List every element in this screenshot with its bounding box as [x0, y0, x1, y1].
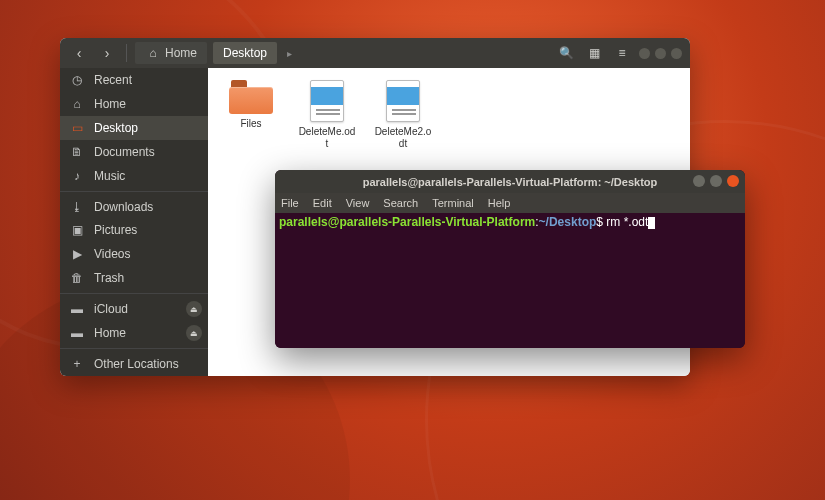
prompt-user: parallels@parallels-Parallels-Virtual-Pl… [279, 215, 535, 229]
breadcrumb-label: Home [165, 46, 197, 60]
file-label: Files [240, 118, 261, 130]
grid-icon: ▦ [589, 46, 600, 60]
eject-button[interactable]: ⏏ [186, 325, 202, 341]
terminal-title: parallels@parallels-Parallels-Virtual-Pl… [363, 176, 658, 188]
prompt-path: ~/Desktop [539, 215, 597, 229]
document-icon [386, 80, 420, 122]
file-item-deleteme[interactable]: DeleteMe.odt [298, 80, 356, 149]
terminal-titlebar: parallels@parallels-Parallels-Virtual-Pl… [275, 170, 745, 193]
cursor [648, 217, 655, 229]
sidebar-item-videos[interactable]: ▶Videos [60, 242, 208, 266]
menu-edit[interactable]: Edit [313, 197, 332, 209]
divider [126, 44, 127, 62]
sidebar-item-label: Trash [94, 271, 124, 285]
image-icon: ▣ [70, 223, 84, 237]
window-controls [693, 175, 739, 187]
divider [60, 348, 208, 349]
sidebar-item-downloads[interactable]: ⭳Downloads [60, 195, 208, 219]
drive-icon: ▬ [70, 302, 84, 316]
sidebar-item-pictures[interactable]: ▣Pictures [60, 219, 208, 243]
minimize-button[interactable] [639, 48, 650, 59]
sidebar-item-label: Desktop [94, 121, 138, 135]
sidebar-item-label: Pictures [94, 223, 137, 237]
search-icon: 🔍 [559, 46, 574, 60]
clock-icon: ◷ [70, 73, 84, 87]
download-icon: ⭳ [70, 200, 84, 214]
eject-button[interactable]: ⏏ [186, 301, 202, 317]
view-toggle-button[interactable]: ▦ [583, 42, 605, 64]
minimize-button[interactable] [693, 175, 705, 187]
divider [60, 293, 208, 294]
terminal-command: rm *.odt [606, 215, 648, 229]
music-icon: ♪ [70, 169, 84, 183]
breadcrumb-home[interactable]: ⌂ Home [135, 42, 207, 64]
menu-terminal[interactable]: Terminal [432, 197, 474, 209]
files-sidebar: ◷Recent ⌂Home ▭Desktop 🗎Documents ♪Music… [60, 68, 208, 376]
close-button[interactable] [671, 48, 682, 59]
video-icon: ▶ [70, 247, 84, 261]
close-button[interactable] [727, 175, 739, 187]
plus-icon: + [70, 357, 84, 371]
hamburger-icon: ≡ [618, 46, 625, 60]
folder-icon [229, 80, 273, 114]
chevron-right-icon: ▸ [283, 48, 296, 59]
nav-forward-button[interactable]: › [96, 42, 118, 64]
sidebar-item-home-drive[interactable]: ▬Home⏏ [60, 321, 208, 345]
breadcrumb-label: Desktop [223, 46, 267, 60]
menu-button[interactable]: ≡ [611, 42, 633, 64]
sidebar-item-label: Home [94, 97, 126, 111]
sidebar-item-label: Other Locations [94, 357, 179, 371]
sidebar-item-trash[interactable]: 🗑Trash [60, 266, 208, 290]
folder-icon: ▭ [70, 121, 84, 135]
maximize-button[interactable] [655, 48, 666, 59]
terminal-window: parallels@parallels-Parallels-Virtual-Pl… [275, 170, 745, 348]
sidebar-item-home[interactable]: ⌂Home [60, 92, 208, 116]
sidebar-item-label: Videos [94, 247, 130, 261]
sidebar-item-label: Recent [94, 73, 132, 87]
window-controls [639, 48, 682, 59]
file-label: DeleteMe2.odt [374, 126, 432, 149]
nav-back-button[interactable]: ‹ [68, 42, 90, 64]
sidebar-item-music[interactable]: ♪Music [60, 164, 208, 188]
file-item-deleteme2[interactable]: DeleteMe2.odt [374, 80, 432, 149]
sidebar-item-documents[interactable]: 🗎Documents [60, 140, 208, 164]
file-item-folder[interactable]: Files [222, 80, 280, 130]
file-label: DeleteMe.odt [298, 126, 356, 149]
sidebar-item-label: Downloads [94, 200, 153, 214]
sidebar-item-label: Music [94, 169, 125, 183]
sidebar-item-desktop[interactable]: ▭Desktop [60, 116, 208, 140]
document-icon [310, 80, 344, 122]
menu-file[interactable]: File [281, 197, 299, 209]
menu-search[interactable]: Search [383, 197, 418, 209]
maximize-button[interactable] [710, 175, 722, 187]
sidebar-item-icloud[interactable]: ▬iCloud⏏ [60, 297, 208, 321]
terminal-menubar: File Edit View Search Terminal Help [275, 193, 745, 213]
document-icon: 🗎 [70, 145, 84, 159]
home-icon: ⌂ [70, 97, 84, 111]
breadcrumb-desktop[interactable]: Desktop [213, 42, 277, 64]
menu-help[interactable]: Help [488, 197, 511, 209]
sidebar-item-label: Documents [94, 145, 155, 159]
sidebar-item-label: iCloud [94, 302, 128, 316]
trash-icon: 🗑 [70, 271, 84, 285]
sidebar-item-label: Home [94, 326, 126, 340]
home-icon: ⌂ [145, 46, 161, 60]
drive-icon: ▬ [70, 326, 84, 340]
divider [60, 191, 208, 192]
prompt-sigil: $ [596, 215, 606, 229]
sidebar-item-recent[interactable]: ◷Recent [60, 68, 208, 92]
search-button[interactable]: 🔍 [555, 42, 577, 64]
files-titlebar: ‹ › ⌂ Home Desktop ▸ 🔍 ▦ ≡ [60, 38, 690, 68]
menu-view[interactable]: View [346, 197, 370, 209]
terminal-body[interactable]: parallels@parallels-Parallels-Virtual-Pl… [275, 213, 745, 348]
sidebar-item-other-locations[interactable]: +Other Locations [60, 352, 208, 376]
